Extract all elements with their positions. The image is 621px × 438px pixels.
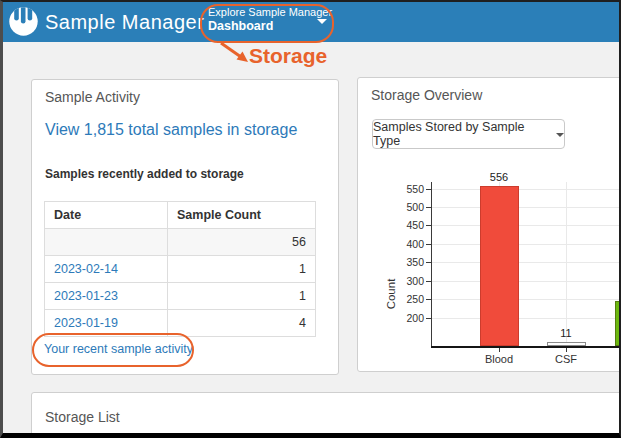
y-tick-label: 450 [390, 219, 424, 231]
x-category-label: CSF [536, 353, 596, 365]
table-row: 56 [45, 229, 316, 256]
app-window: Sample Manager Explore Sample Manager Da… [3, 2, 619, 433]
app-title: Sample Manager [45, 2, 204, 42]
project-menu-dropdown[interactable]: Explore Sample Manager Dashboard [208, 5, 332, 34]
y-tick-label: 400 [390, 238, 424, 250]
y-tick-label: 500 [390, 201, 424, 213]
column-header-sample-count[interactable]: Sample Count [168, 202, 316, 229]
recently-added-subtitle: Samples recently added to storage [45, 167, 244, 181]
recent-samples-table: Date Sample Count 56 2023-02-14 1 2023-0… [44, 201, 316, 337]
app-header: Sample Manager Explore Sample Manager Da… [3, 2, 619, 42]
gridline-h [431, 262, 619, 263]
gridline-v [566, 182, 567, 346]
sample-activity-panel: Sample Activity View 1,815 total samples… [31, 79, 339, 375]
sample-manager-logo-icon [9, 7, 38, 36]
bar-value-label: 11 [536, 327, 596, 339]
count-cell: 56 [168, 229, 316, 256]
gridline-h [431, 225, 619, 226]
y-axis-line [431, 182, 432, 346]
y-tick-label: 350 [390, 256, 424, 268]
project-menu-label: Explore Sample Manager [208, 5, 332, 19]
bar-clipped [615, 301, 620, 346]
x-tick-mark [499, 348, 500, 352]
total-samples-link[interactable]: View 1,815 total samples in storage [45, 121, 297, 139]
y-tick-label: 250 [390, 293, 424, 305]
sample-activity-title: Sample Activity [45, 89, 140, 105]
storage-overview-panel: Storage Overview Samples Stored by Sampl… [357, 77, 619, 372]
bar-Blood [480, 186, 519, 346]
date-cell: 2023-01-23 [45, 283, 168, 310]
gridline-h [431, 189, 619, 190]
date-cell: 2023-01-19 [45, 310, 168, 337]
count-cell: 1 [168, 283, 316, 310]
y-tick-label: 200 [390, 312, 424, 324]
date-link[interactable]: 2023-01-19 [54, 316, 118, 330]
bar-value-label: 556 [469, 171, 529, 183]
bar-chart: Count 200250300350400450500550556Blood11… [358, 78, 619, 371]
storage-list-title: Storage List [45, 409, 120, 425]
storage-list-panel: Storage List [31, 392, 619, 433]
gridline-h [431, 318, 619, 319]
x-axis-line [431, 346, 619, 348]
screenshot-frame: Sample Manager Explore Sample Manager Da… [0, 0, 621, 438]
y-tick-label: 300 [390, 275, 424, 287]
table-row: 2023-02-14 1 [45, 256, 316, 283]
table-row: 2023-01-23 1 [45, 283, 316, 310]
x-category-label: Blood [469, 353, 529, 365]
chevron-down-icon[interactable] [317, 19, 327, 24]
annotation-arrow-icon [217, 42, 257, 64]
recent-activity-link[interactable]: Your recent sample activity [44, 342, 193, 356]
table-row: 2023-01-19 4 [45, 310, 316, 337]
bar-CSF [547, 342, 586, 346]
date-link[interactable]: 2023-02-14 [54, 262, 118, 276]
x-tick-mark [566, 348, 567, 352]
annotation-storage-label: Storage [249, 44, 327, 68]
gridline-h [431, 281, 619, 282]
table-header-row: Date Sample Count [45, 202, 316, 229]
gridline-h [431, 299, 619, 300]
gridline-h [431, 244, 619, 245]
date-cell: 2023-02-14 [45, 256, 168, 283]
column-header-date[interactable]: Date [45, 202, 168, 229]
count-cell: 1 [168, 256, 316, 283]
count-cell: 4 [168, 310, 316, 337]
y-tick-label: 550 [390, 183, 424, 195]
date-cell [45, 229, 168, 256]
gridline-h [431, 207, 619, 208]
date-link[interactable]: 2023-01-23 [54, 289, 118, 303]
project-menu-current: Dashboard [208, 19, 332, 34]
